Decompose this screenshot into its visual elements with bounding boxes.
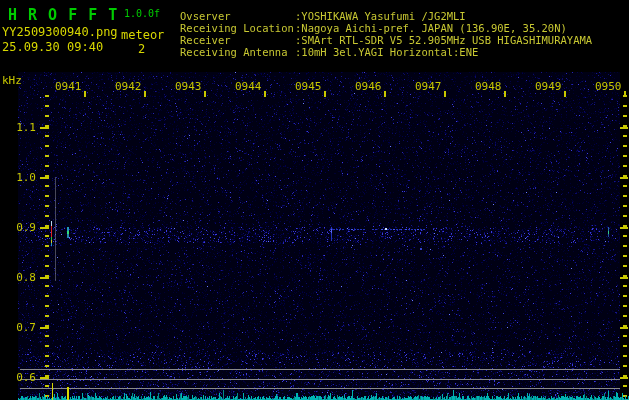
hrofft-window: H R O F F T 1.0.0f YY2509300940.png mete…	[0, 0, 629, 400]
info-value: :Nagoya Aichi-pref. JAPAN (136.90E, 35.2…	[295, 22, 567, 34]
info-value: :10mH 3el.YAGI Horizontal:ENE	[295, 46, 478, 58]
info-label: Receiving Antenna	[180, 46, 295, 58]
x-tick-label: 0949	[535, 80, 562, 93]
y-axis-unit: kHz	[2, 74, 22, 87]
y-tick-label: 0.6	[0, 371, 36, 384]
echo-count: 2	[138, 42, 145, 56]
app-version: 1.0.0f	[124, 8, 160, 19]
y-tick-label: 0.9	[0, 221, 36, 234]
info-row-antenna: Receiving Antenna:10mH 3el.YAGI Horizont…	[180, 46, 592, 58]
x-tick-label: 0942	[115, 80, 142, 93]
info-value: :YOSHIKAWA Yasufumi /JG2MLI	[295, 10, 466, 22]
y-tick-label: 1.0	[0, 171, 36, 184]
spectrogram-canvas	[0, 0, 629, 400]
x-tick-label: 0946	[355, 80, 382, 93]
info-label: Receiver	[180, 34, 295, 46]
info-value: :SMArt RTL-SDR V5 52.905MHz USB HIGASHIM…	[295, 34, 592, 46]
x-tick-label: 0950	[595, 80, 622, 93]
x-tick-label: 0945	[295, 80, 322, 93]
x-tick-label: 0943	[175, 80, 202, 93]
info-label: Ovserver	[180, 10, 295, 22]
info-row-location: Receiving Location:Nagoya Aichi-pref. JA…	[180, 22, 592, 34]
app-title: H R O F F T	[8, 6, 118, 24]
y-tick-label: 0.8	[0, 271, 36, 284]
mode-label: meteor	[121, 28, 164, 42]
x-tick-label: 0941	[55, 80, 82, 93]
station-info: Ovserver:YOSHIKAWA Yasufumi /JG2MLI Rece…	[180, 10, 592, 58]
datetime-label: 25.09.30 09:40	[2, 40, 103, 54]
info-label: Receiving Location	[180, 22, 295, 34]
x-tick-label: 0948	[475, 80, 502, 93]
info-row-receiver: Receiver:SMArt RTL-SDR V5 52.905MHz USB …	[180, 34, 592, 46]
info-row-observer: Ovserver:YOSHIKAWA Yasufumi /JG2MLI	[180, 10, 592, 22]
y-tick-label: 1.1	[0, 121, 36, 134]
file-name: YY2509300940.png	[2, 25, 118, 39]
x-tick-label: 0944	[235, 80, 262, 93]
y-tick-label: 0.7	[0, 321, 36, 334]
x-tick-label: 0947	[415, 80, 442, 93]
